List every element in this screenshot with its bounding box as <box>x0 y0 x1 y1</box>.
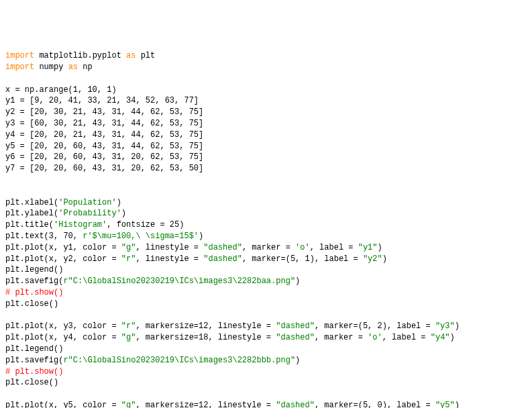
code-line: plt.plot(x, y1, color = "g", linestyle =… <box>5 242 527 254</box>
code-token: , marker=(5, 2), label = <box>315 321 435 331</box>
code-line: y3 = [60, 30, 21, 43, 31, 44, 62, 53, 75… <box>5 118 527 130</box>
code-token: y5 = [20, 20, 60, 43, 31, 44, 62, 53, 75… <box>5 142 203 151</box>
code-token: , label = <box>382 333 431 342</box>
code-line: y7 = [20, 20, 60, 43, 31, 20, 62, 53, 50… <box>5 163 527 174</box>
code-token: "dashed" <box>276 321 315 331</box>
code-line <box>5 174 527 186</box>
code-token: "dashed" <box>203 254 242 264</box>
code-token: "r" <box>121 254 136 264</box>
code-line: plt.plot(x, y4, color = "g", markersize=… <box>5 332 527 344</box>
code-token: y6 = [20, 20, 60, 43, 31, 20, 62, 53, 75… <box>5 152 203 162</box>
code-token: "y5" <box>435 401 455 408</box>
code-token: import <box>5 62 34 72</box>
code-token: ) <box>121 209 126 218</box>
code-line: # plt.show() <box>5 287 527 299</box>
code-token: plt.legend() <box>5 265 63 274</box>
code-token: ) <box>450 333 455 342</box>
code-token: , fontsize = 25) <box>107 220 184 230</box>
code-token: "r" <box>121 321 136 331</box>
code-token: plt.text(3, 70, <box>5 232 83 241</box>
code-line: # plt.show() <box>5 366 527 378</box>
code-token: as <box>68 62 78 72</box>
code-token: import <box>5 51 34 60</box>
code-token: y3 = [60, 30, 21, 43, 31, 44, 62, 53, 75… <box>5 119 203 128</box>
code-token: ) <box>455 321 460 331</box>
code-token: plt.legend() <box>5 344 63 354</box>
code-line: plt.plot(x, y5, color = "g", markersize=… <box>5 400 527 408</box>
code-token: "g" <box>121 333 136 342</box>
code-token: ) <box>199 232 203 241</box>
code-line: y4 = [20, 20, 21, 43, 31, 44, 62, 53, 75… <box>5 130 527 141</box>
code-line: plt.savefig(r"C:\GlobalSino20230219\ICs\… <box>5 276 527 287</box>
code-line: plt.close() <box>5 299 527 310</box>
code-token: ) <box>455 401 460 408</box>
code-token: r"C:\GlobalSino20230219\ICs\images3\2282… <box>63 276 295 286</box>
code-token: 'Population' <box>58 198 116 207</box>
code-token: "y3" <box>435 321 455 331</box>
code-token: y2 = [20, 30, 21, 43, 31, 44, 62, 53, 75… <box>5 107 203 117</box>
code-token: np <box>78 62 93 72</box>
code-token: 'o' <box>368 333 382 342</box>
code-token: x = np.arange(1, 10, 1) <box>5 85 117 95</box>
code-token: plt.plot(x, y1, color = <box>5 243 121 252</box>
code-token: plt <box>136 51 155 60</box>
code-token: , marker=(5, 0), label = <box>315 401 435 408</box>
code-token: "dashed" <box>276 401 315 408</box>
code-line: y6 = [20, 20, 60, 43, 31, 20, 62, 53, 75… <box>5 152 527 163</box>
code-token: , linestyle = <box>136 243 203 252</box>
code-token: y7 = [20, 20, 60, 43, 31, 20, 62, 53, 50… <box>5 164 203 173</box>
code-token: 'Probability' <box>58 209 121 218</box>
code-line <box>5 389 527 400</box>
code-line: plt.legend() <box>5 264 527 276</box>
code-line <box>5 186 527 197</box>
code-line: y2 = [20, 30, 21, 43, 31, 44, 62, 53, 75… <box>5 107 527 118</box>
code-line: plt.ylabel('Probability') <box>5 208 527 219</box>
code-line: y5 = [20, 20, 60, 43, 31, 44, 62, 53, 75… <box>5 141 527 152</box>
code-line: plt.savefig(r"C:\GlobalSino20230219\ICs\… <box>5 355 527 366</box>
code-token: plt.savefig( <box>5 356 63 365</box>
code-token: "g" <box>121 243 136 252</box>
code-token: # plt.show() <box>5 367 63 376</box>
code-token: ) <box>295 356 300 365</box>
code-line: import numpy as np <box>5 62 527 73</box>
code-token: 'o' <box>295 243 310 252</box>
code-token: "g" <box>121 401 136 408</box>
code-token: ) <box>382 254 387 264</box>
code-line: import matplotlib.pyplot as plt <box>5 50 527 62</box>
code-token: , marker = <box>242 243 295 252</box>
code-token: "dashed" <box>276 333 315 342</box>
code-token: y1 = [9, 20, 41, 33, 21, 34, 52, 63, 77] <box>5 96 199 105</box>
code-token: r'$\mu=100,\ \sigma=15$' <box>83 232 199 241</box>
code-token: plt.close() <box>5 299 58 309</box>
code-token: , linestyle = <box>136 254 203 264</box>
code-token: , marker=(5, 1), label = <box>242 254 363 264</box>
code-token: ) <box>295 276 300 286</box>
code-line <box>5 73 527 85</box>
code-line: plt.xlabel('Population') <box>5 197 527 209</box>
code-token: plt.xlabel( <box>5 198 58 207</box>
code-line <box>5 310 527 321</box>
code-line: x = np.arange(1, 10, 1) <box>5 85 527 96</box>
code-token: plt.title( <box>5 220 54 230</box>
code-token: plt.ylabel( <box>5 209 58 218</box>
code-token: , label = <box>310 243 358 252</box>
code-token: plt.plot(x, y5, color = <box>5 401 121 408</box>
code-token: , markersize=12, linestyle = <box>136 401 276 408</box>
code-token: , marker = <box>315 333 368 342</box>
code-token: "y1" <box>358 243 378 252</box>
code-token: matplotlib.pyplot <box>34 51 126 60</box>
code-block: import matplotlib.pyplot as pltimport nu… <box>5 50 527 408</box>
code-token: ) <box>117 198 121 207</box>
code-token: , markersize=18, linestyle = <box>136 333 276 342</box>
code-token: 'Histogram' <box>54 220 107 230</box>
code-line: plt.plot(x, y3, color = "r", markersize=… <box>5 321 527 332</box>
code-token: ) <box>378 243 382 252</box>
code-line: plt.text(3, 70, r'$\mu=100,\ \sigma=15$'… <box>5 231 527 242</box>
code-token: plt.savefig( <box>5 276 63 286</box>
code-token: r"C:\GlobalSino20230219\ICs\images3\2282… <box>63 356 295 365</box>
code-token: plt.close() <box>5 378 58 387</box>
code-line: y1 = [9, 20, 41, 33, 21, 34, 52, 63, 77] <box>5 95 527 107</box>
code-token: "y2" <box>363 254 382 264</box>
code-token: , markersize=12, linestyle = <box>136 321 276 331</box>
code-token: "dashed" <box>203 243 242 252</box>
